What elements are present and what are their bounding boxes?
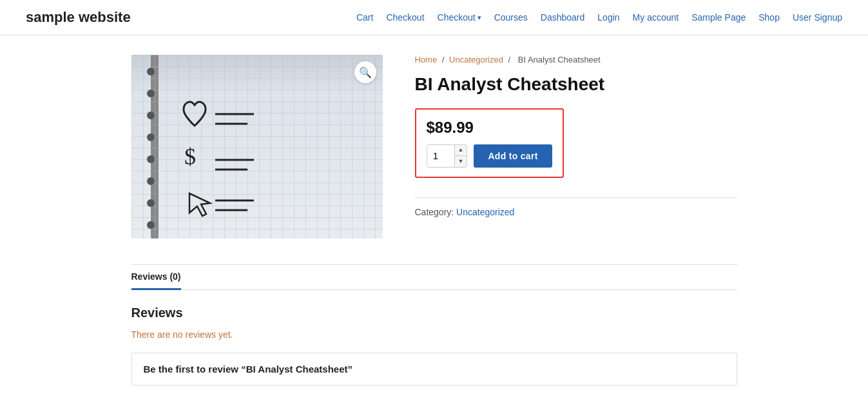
breadcrumb: Home / Uncategorized / BI Analyst Cheats… (415, 55, 737, 64)
notebook-illustration: $ (131, 55, 383, 239)
chevron-down-icon: ▾ (477, 14, 481, 22)
reviews-tab-bar: Reviews (0) (131, 265, 737, 290)
breadcrumb-category[interactable]: Uncategorized (449, 55, 503, 64)
breadcrumb-sep2: / (508, 55, 511, 64)
nav-courses[interactable]: Courses (494, 12, 528, 23)
product-section: $ 🔍 (131, 55, 737, 239)
spiral-hole (147, 155, 155, 163)
quantity-input-wrapper: ▲ ▼ (427, 144, 468, 168)
breadcrumb-sep1: / (442, 55, 445, 64)
product-price: $89.99 (427, 119, 552, 137)
category-link[interactable]: Uncategorized (456, 207, 514, 217)
zoom-icon: 🔍 (359, 66, 372, 79)
spiral-hole (147, 90, 155, 97)
nav-shop[interactable]: Shop (758, 12, 780, 23)
site-header: sample website Cart Checkout Checkout ▾ … (0, 0, 868, 35)
no-reviews-text: There are no reviews yet. (131, 329, 737, 340)
add-to-cart-button[interactable]: Add to cart (474, 144, 552, 168)
main-nav: Cart Checkout Checkout ▾ Courses Dashboa… (356, 12, 842, 23)
spiral-holes (147, 68, 155, 239)
product-divider (415, 197, 737, 198)
cart-row: ▲ ▼ Add to cart (427, 144, 552, 168)
spiral-hole (147, 177, 155, 185)
nav-login[interactable]: Login (597, 12, 619, 23)
category-label: Category: (415, 207, 454, 217)
breadcrumb-current: BI Analyst Cheatsheet (518, 55, 601, 64)
product-title: BI Analyst Cheatsheet (415, 73, 737, 95)
spiral-hole (147, 199, 155, 207)
nav-user-signup[interactable]: User Signup (793, 12, 842, 23)
reviews-section: Reviews (0) Reviews There are no reviews… (131, 264, 737, 385)
product-image-wrapper: $ 🔍 (131, 55, 383, 239)
main-content: $ 🔍 (119, 55, 750, 385)
nav-checkout-dropdown-label: Checkout (438, 12, 476, 23)
spiral-hole (147, 68, 155, 75)
breadcrumb-home[interactable]: Home (415, 55, 438, 64)
reviews-tab[interactable]: Reviews (0) (131, 265, 181, 290)
product-info: Home / Uncategorized / BI Analyst Cheats… (415, 55, 737, 239)
nav-checkout[interactable]: Checkout (386, 12, 424, 23)
nav-sample-page[interactable]: Sample Page (691, 12, 746, 23)
price-cart-box: $89.99 ▲ ▼ Add to cart (415, 108, 564, 178)
nav-checkout-dropdown[interactable]: Checkout ▾ (438, 12, 481, 23)
write-review-title: Be the first to review “BI Analyst Cheat… (144, 364, 725, 375)
svg-text:$: $ (184, 144, 196, 170)
notebook-doodles: $ (170, 74, 351, 229)
quantity-spinners: ▲ ▼ (454, 145, 467, 167)
nav-dashboard[interactable]: Dashboard (541, 12, 585, 23)
reviews-heading: Reviews (131, 306, 737, 320)
quantity-input[interactable] (427, 145, 454, 167)
site-title: sample website (26, 9, 131, 26)
write-review-box: Be the first to review “BI Analyst Cheat… (131, 353, 737, 385)
quantity-down-button[interactable]: ▼ (455, 156, 467, 167)
nav-my-account[interactable]: My account (633, 12, 679, 23)
spiral-hole (147, 112, 155, 119)
spiral-hole (147, 221, 155, 229)
zoom-button[interactable]: 🔍 (354, 61, 376, 83)
quantity-up-button[interactable]: ▲ (455, 145, 467, 157)
spiral-hole (147, 133, 155, 141)
product-image: $ 🔍 (131, 55, 383, 239)
category-row: Category: Uncategorized (415, 207, 737, 217)
nav-cart[interactable]: Cart (356, 12, 373, 23)
